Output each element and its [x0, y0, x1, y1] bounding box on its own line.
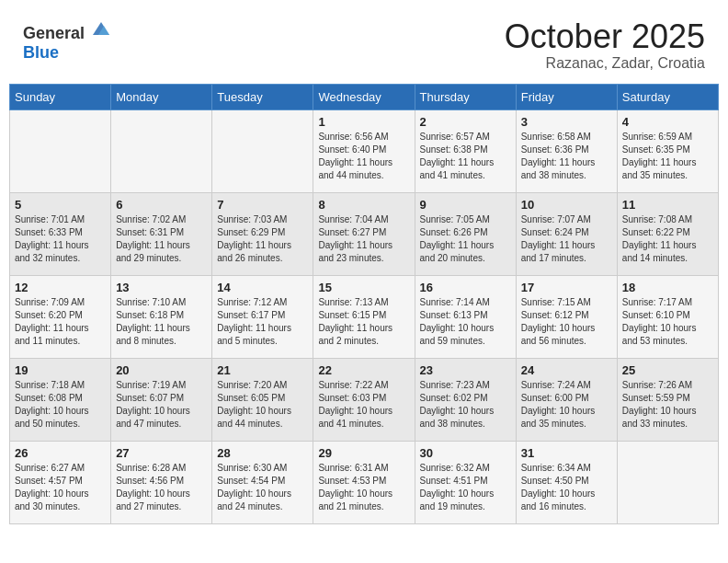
- day-info: Sunrise: 6:58 AMSunset: 6:36 PMDaylight:…: [521, 131, 612, 182]
- day-info: Sunrise: 6:27 AMSunset: 4:57 PMDaylight:…: [15, 462, 106, 513]
- day-info: Sunrise: 7:13 AMSunset: 6:15 PMDaylight:…: [318, 296, 409, 348]
- day-number: 1: [318, 115, 409, 129]
- day-info: Sunrise: 6:59 AMSunset: 6:35 PMDaylight:…: [622, 131, 713, 182]
- calendar-cell: 10Sunrise: 7:07 AMSunset: 6:24 PMDayligh…: [516, 192, 617, 275]
- day-number: 2: [420, 115, 511, 129]
- day-number: 11: [622, 198, 713, 212]
- page-header: General Blue October 2025 Razanac, Zadar…: [9, 9, 719, 76]
- logo-general: General: [23, 24, 85, 42]
- day-info: Sunrise: 7:23 AMSunset: 6:02 PMDaylight:…: [420, 379, 511, 431]
- logo-blue: Blue: [23, 43, 59, 62]
- day-number: 25: [622, 363, 713, 377]
- weekday-header: Monday: [111, 84, 212, 109]
- calendar-cell: 20Sunrise: 7:19 AMSunset: 6:07 PMDayligh…: [111, 358, 212, 441]
- day-number: 5: [15, 198, 106, 212]
- calendar-week-row: 26Sunrise: 6:27 AMSunset: 4:57 PMDayligh…: [10, 441, 719, 523]
- calendar-cell: 6Sunrise: 7:02 AMSunset: 6:31 PMDaylight…: [111, 192, 212, 275]
- day-info: Sunrise: 6:57 AMSunset: 6:38 PMDaylight:…: [420, 131, 511, 182]
- day-info: Sunrise: 6:56 AMSunset: 6:40 PMDaylight:…: [318, 131, 409, 182]
- calendar-cell: 13Sunrise: 7:10 AMSunset: 6:18 PMDayligh…: [111, 275, 212, 358]
- day-number: 4: [622, 115, 713, 129]
- day-info: Sunrise: 7:02 AMSunset: 6:31 PMDaylight:…: [116, 213, 207, 265]
- calendar-week-row: 1Sunrise: 6:56 AMSunset: 6:40 PMDaylight…: [10, 109, 719, 192]
- day-number: 23: [420, 363, 511, 377]
- day-info: Sunrise: 7:03 AMSunset: 6:29 PMDaylight:…: [217, 213, 308, 265]
- day-info: Sunrise: 7:01 AMSunset: 6:33 PMDaylight:…: [15, 213, 106, 265]
- day-number: 16: [420, 281, 511, 294]
- day-number: 31: [521, 446, 612, 460]
- calendar-cell: 28Sunrise: 6:30 AMSunset: 4:54 PMDayligh…: [212, 441, 313, 523]
- day-info: Sunrise: 7:15 AMSunset: 6:12 PMDaylight:…: [521, 296, 612, 348]
- day-info: Sunrise: 7:08 AMSunset: 6:22 PMDaylight:…: [622, 213, 713, 265]
- calendar-cell: 16Sunrise: 7:14 AMSunset: 6:13 PMDayligh…: [415, 275, 516, 358]
- day-info: Sunrise: 7:09 AMSunset: 6:20 PMDaylight:…: [15, 296, 106, 348]
- day-info: Sunrise: 7:17 AMSunset: 6:10 PMDaylight:…: [622, 296, 713, 348]
- day-number: 14: [217, 281, 308, 294]
- day-number: 18: [622, 281, 713, 294]
- weekday-row: SundayMondayTuesdayWednesdayThursdayFrid…: [10, 84, 719, 109]
- calendar-cell: 19Sunrise: 7:18 AMSunset: 6:08 PMDayligh…: [10, 358, 111, 441]
- calendar-cell: 30Sunrise: 6:32 AMSunset: 4:51 PMDayligh…: [415, 441, 516, 523]
- day-info: Sunrise: 7:19 AMSunset: 6:07 PMDaylight:…: [116, 379, 207, 431]
- day-info: Sunrise: 7:14 AMSunset: 6:13 PMDaylight:…: [420, 296, 511, 348]
- day-number: 8: [318, 198, 409, 212]
- day-number: 9: [420, 198, 511, 212]
- calendar-cell: 4Sunrise: 6:59 AMSunset: 6:35 PMDaylight…: [617, 109, 718, 192]
- calendar-cell: 8Sunrise: 7:04 AMSunset: 6:27 PMDaylight…: [313, 192, 415, 275]
- weekday-header: Saturday: [617, 84, 718, 109]
- day-info: Sunrise: 6:31 AMSunset: 4:53 PMDaylight:…: [318, 462, 409, 513]
- weekday-header: Tuesday: [212, 84, 313, 109]
- calendar-cell: 22Sunrise: 7:22 AMSunset: 6:03 PMDayligh…: [313, 358, 415, 441]
- day-number: 29: [318, 446, 409, 460]
- weekday-header: Friday: [516, 84, 617, 109]
- calendar-cell: 31Sunrise: 6:34 AMSunset: 4:50 PMDayligh…: [516, 441, 617, 523]
- day-info: Sunrise: 6:34 AMSunset: 4:50 PMDaylight:…: [521, 462, 612, 513]
- day-info: Sunrise: 7:04 AMSunset: 6:27 PMDaylight:…: [318, 213, 409, 265]
- day-number: 12: [15, 281, 106, 294]
- day-info: Sunrise: 7:18 AMSunset: 6:08 PMDaylight:…: [15, 379, 106, 431]
- calendar-cell: 24Sunrise: 7:24 AMSunset: 6:00 PMDayligh…: [516, 358, 617, 441]
- weekday-header: Sunday: [10, 84, 111, 109]
- calendar-cell: 21Sunrise: 7:20 AMSunset: 6:05 PMDayligh…: [212, 358, 313, 441]
- logo: General Blue: [23, 18, 111, 63]
- calendar-cell: 18Sunrise: 7:17 AMSunset: 6:10 PMDayligh…: [617, 275, 718, 358]
- day-number: 24: [521, 363, 612, 377]
- day-number: 13: [116, 281, 207, 294]
- calendar-cell: 15Sunrise: 7:13 AMSunset: 6:15 PMDayligh…: [313, 275, 415, 358]
- calendar-cell: [212, 109, 313, 192]
- day-number: 28: [217, 446, 308, 460]
- calendar-cell: 17Sunrise: 7:15 AMSunset: 6:12 PMDayligh…: [516, 275, 617, 358]
- day-number: 19: [15, 363, 106, 377]
- day-number: 6: [116, 198, 207, 212]
- day-number: 30: [420, 446, 511, 460]
- day-number: 27: [116, 446, 207, 460]
- day-info: Sunrise: 7:22 AMSunset: 6:03 PMDaylight:…: [318, 379, 409, 431]
- day-info: Sunrise: 7:05 AMSunset: 6:26 PMDaylight:…: [420, 213, 511, 265]
- calendar-cell: 2Sunrise: 6:57 AMSunset: 6:38 PMDaylight…: [415, 109, 516, 192]
- day-number: 21: [217, 363, 308, 377]
- day-number: 26: [15, 446, 106, 460]
- calendar-cell: [111, 109, 212, 192]
- day-info: Sunrise: 7:20 AMSunset: 6:05 PMDaylight:…: [217, 379, 308, 431]
- calendar-cell: 3Sunrise: 6:58 AMSunset: 6:36 PMDaylight…: [516, 109, 617, 192]
- day-number: 20: [116, 363, 207, 377]
- calendar-cell: 23Sunrise: 7:23 AMSunset: 6:02 PMDayligh…: [415, 358, 516, 441]
- day-info: Sunrise: 7:10 AMSunset: 6:18 PMDaylight:…: [116, 296, 207, 348]
- calendar-cell: [10, 109, 111, 192]
- day-number: 10: [521, 198, 612, 212]
- calendar-cell: 1Sunrise: 6:56 AMSunset: 6:40 PMDaylight…: [313, 109, 415, 192]
- calendar-cell: 12Sunrise: 7:09 AMSunset: 6:20 PMDayligh…: [10, 275, 111, 358]
- day-number: 15: [318, 281, 409, 294]
- calendar-cell: 7Sunrise: 7:03 AMSunset: 6:29 PMDaylight…: [212, 192, 313, 275]
- calendar-week-row: 5Sunrise: 7:01 AMSunset: 6:33 PMDaylight…: [10, 192, 719, 275]
- calendar-header: SundayMondayTuesdayWednesdayThursdayFrid…: [10, 84, 719, 109]
- month-title: October 2025: [505, 18, 705, 55]
- calendar-cell: 27Sunrise: 6:28 AMSunset: 4:56 PMDayligh…: [111, 441, 212, 523]
- calendar-table: SundayMondayTuesdayWednesdayThursdayFrid…: [9, 84, 719, 524]
- day-info: Sunrise: 7:07 AMSunset: 6:24 PMDaylight:…: [521, 213, 612, 265]
- logo-text: General Blue: [23, 18, 111, 63]
- day-info: Sunrise: 6:30 AMSunset: 4:54 PMDaylight:…: [217, 462, 308, 513]
- day-number: 17: [521, 281, 612, 294]
- calendar-cell: 25Sunrise: 7:26 AMSunset: 5:59 PMDayligh…: [617, 358, 718, 441]
- calendar-cell: 9Sunrise: 7:05 AMSunset: 6:26 PMDaylight…: [415, 192, 516, 275]
